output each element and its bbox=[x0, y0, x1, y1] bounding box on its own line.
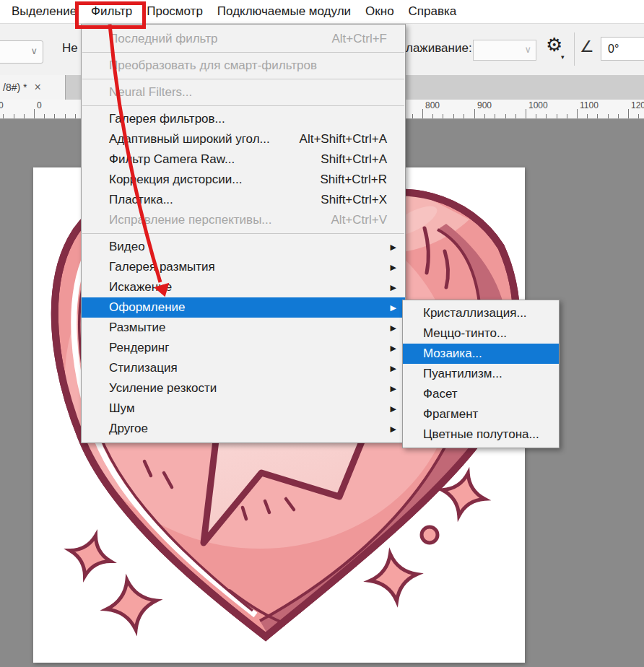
filter-menu-item[interactable]: Шум▶ bbox=[82, 398, 405, 419]
filter-menu-item[interactable]: Размытие▶ bbox=[82, 318, 405, 338]
filter-menu-item[interactable]: Искажение▶ bbox=[82, 277, 405, 297]
filter-menu-item[interactable]: Коррекция дисторсии...Shift+Ctrl+R bbox=[82, 170, 405, 190]
submenu-arrow-icon: ▶ bbox=[391, 243, 396, 251]
ruler-label: 800 bbox=[425, 100, 440, 110]
ruler-tick bbox=[618, 114, 619, 118]
menu-item-label: Оформление bbox=[109, 300, 186, 315]
ruler-tick bbox=[54, 114, 55, 118]
angle-input[interactable]: 0° bbox=[601, 37, 644, 61]
menu-item-label: Рендеринг bbox=[109, 341, 169, 355]
pixelate-submenu-item[interactable]: Кристаллизация... bbox=[403, 303, 559, 323]
menu-item-label: Последний фильтр bbox=[109, 32, 217, 46]
menu-item-label: Искажение bbox=[109, 280, 172, 295]
pixelate-submenu-item[interactable]: Цветные полутона... bbox=[403, 424, 559, 445]
menu-item-label: Преобразовать для смарт-фильтров bbox=[109, 58, 317, 73]
ruler-tick bbox=[422, 109, 423, 118]
pixelate-submenu-item[interactable]: Меццо-тинто... bbox=[403, 323, 559, 344]
menu-item-label: Галерея размытия bbox=[109, 260, 215, 274]
ruler-tick bbox=[597, 114, 598, 118]
ruler-tick bbox=[546, 114, 547, 118]
menu-item-label: Пуантилизм... bbox=[423, 367, 502, 381]
filter-menu-item[interactable]: Преобразовать для смарт-фильтров bbox=[82, 56, 405, 76]
filter-menu-item[interactable]: Neural Filters... bbox=[82, 82, 405, 103]
menu-item-label: Меццо-тинто... bbox=[423, 326, 507, 341]
ruler-tick bbox=[14, 114, 14, 118]
filter-menu-item[interactable]: Стилизация▶ bbox=[82, 358, 405, 378]
menubar-item[interactable]: Подключаемые модули bbox=[210, 4, 358, 19]
ruler-tick bbox=[567, 114, 567, 118]
ruler-label: 1000 bbox=[528, 100, 548, 110]
ruler-label: 0 bbox=[37, 100, 42, 110]
filter-menu-item[interactable]: Рендеринг▶ bbox=[82, 338, 405, 358]
submenu-arrow-icon: ▶ bbox=[391, 365, 396, 372]
pixelate-submenu-item[interactable]: Фасет bbox=[403, 384, 559, 404]
ruler-tick bbox=[495, 114, 495, 118]
filter-menu-item[interactable]: Другое▶ bbox=[82, 419, 405, 439]
pixelate-submenu-item[interactable]: Мозаика... bbox=[403, 344, 559, 364]
filter-menu-item[interactable]: Галерея размытия▶ bbox=[82, 257, 405, 277]
menu-shortcut: Alt+Ctrl+V bbox=[331, 213, 387, 227]
filter-menu-item[interactable]: Галерея фильтров... bbox=[82, 109, 405, 129]
menu-item-label: Коррекция дисторсии... bbox=[109, 173, 242, 187]
menubar-item[interactable]: Окно bbox=[358, 4, 401, 19]
sparkle-shape bbox=[102, 575, 160, 634]
chevron-down-icon: ∨ bbox=[30, 45, 38, 56]
menu-separator bbox=[82, 105, 404, 106]
smoothing-dropdown[interactable]: ∨ bbox=[473, 40, 536, 61]
menubar-item[interactable]: Фильтр bbox=[84, 4, 139, 19]
filter-menu-item[interactable]: Последний фильтрAlt+Ctrl+F bbox=[82, 29, 405, 49]
menu-item-label: Пластика... bbox=[109, 193, 173, 207]
pixelate-submenu-item[interactable]: Фрагмент bbox=[403, 404, 559, 424]
ruler-tick bbox=[577, 109, 578, 118]
filter-menu-item[interactable]: Исправление перспективы...Alt+Ctrl+V bbox=[82, 210, 405, 230]
sparkle-shape bbox=[64, 530, 116, 581]
menu-separator bbox=[82, 52, 404, 53]
submenu-arrow-icon: ▶ bbox=[391, 385, 396, 393]
submenu-arrow-icon: ▶ bbox=[391, 284, 396, 292]
filter-menu-item[interactable]: Пластика...Shift+Ctrl+X bbox=[82, 190, 405, 210]
menu-item-label: Размытие bbox=[109, 321, 165, 335]
filter-menu-item[interactable]: Видео▶ bbox=[82, 237, 405, 257]
filter-menu-item[interactable]: Усиление резкости▶ bbox=[82, 378, 405, 398]
menubar-item[interactable]: Просмотр bbox=[139, 4, 210, 19]
gear-icon[interactable]: ⚙ bbox=[546, 34, 562, 56]
document-tab[interactable]: /8#) * × bbox=[0, 75, 66, 100]
smoothing-label: лаживание: bbox=[406, 41, 472, 56]
menu-item-label: Neural Filters... bbox=[109, 85, 192, 100]
ruler-tick bbox=[536, 114, 536, 118]
menu-shortcut: Shift+Ctrl+A bbox=[321, 152, 387, 167]
filter-menu-item[interactable]: Фильтр Camera Raw...Shift+Ctrl+A bbox=[82, 149, 405, 170]
ruler-label: 900 bbox=[477, 100, 492, 110]
close-icon[interactable]: × bbox=[34, 81, 40, 94]
angle-icon: ∠ bbox=[580, 38, 594, 56]
menu-item-label: Фрагмент bbox=[423, 407, 478, 422]
ruler-tick bbox=[412, 114, 413, 118]
ruler-tick bbox=[75, 114, 76, 118]
ruler-tick bbox=[638, 114, 639, 118]
ruler-tick bbox=[505, 114, 506, 118]
menubar-item[interactable]: Выделение bbox=[4, 4, 84, 19]
menu-item-label: Другое bbox=[109, 422, 148, 436]
filter-menu-item[interactable]: Оформление▶ bbox=[82, 297, 405, 318]
tool-preset-dropdown[interactable]: ∨ bbox=[0, 40, 43, 64]
pixelate-submenu: Кристаллизация...Меццо-тинто...Мозаика..… bbox=[402, 300, 560, 448]
menu-item-label: Исправление перспективы... bbox=[109, 213, 272, 227]
submenu-arrow-icon: ▶ bbox=[391, 304, 396, 312]
gear-caret-icon: ▾ bbox=[561, 53, 565, 61]
submenu-arrow-icon: ▶ bbox=[391, 425, 396, 433]
menu-item-label: Мозаика... bbox=[423, 346, 482, 361]
ruler-tick bbox=[526, 109, 526, 118]
ruler-tick bbox=[628, 109, 629, 118]
ruler-label: 0 bbox=[0, 100, 4, 110]
chevron-down-icon: ∨ bbox=[524, 44, 531, 55]
document-tab-title: /8#) * bbox=[3, 82, 27, 93]
submenu-arrow-icon: ▶ bbox=[391, 344, 396, 352]
submenu-arrow-icon: ▶ bbox=[391, 324, 396, 332]
menu-shortcut: Alt+Shift+Ctrl+A bbox=[300, 132, 387, 147]
filter-menu-item[interactable]: Адаптивный широкий угол...Alt+Shift+Ctrl… bbox=[82, 129, 405, 149]
ruler-label: 1100 bbox=[580, 100, 599, 110]
menubar-item[interactable]: Справка bbox=[401, 4, 464, 19]
ruler-tick bbox=[44, 114, 45, 118]
sparkle-shape bbox=[367, 551, 421, 605]
pixelate-submenu-item[interactable]: Пуантилизм... bbox=[403, 364, 559, 384]
